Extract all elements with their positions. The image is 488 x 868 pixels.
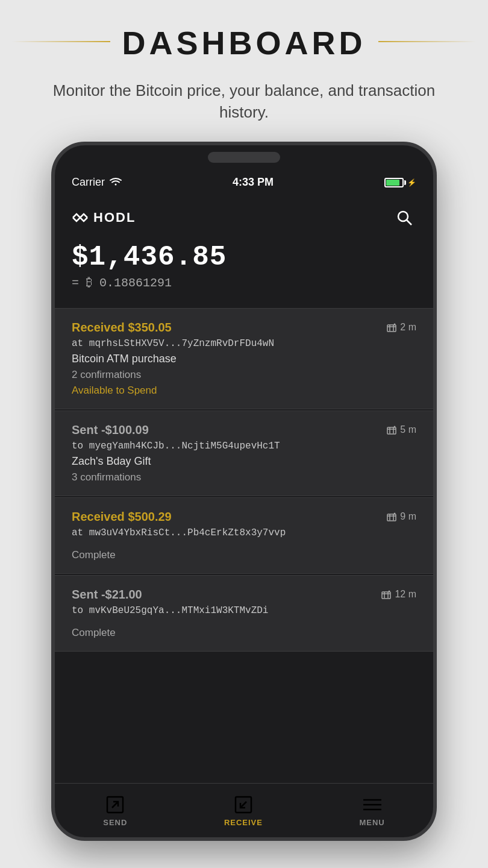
svg-line-2 [407, 220, 411, 225]
tx-status: Complete [72, 549, 416, 561]
nav-send[interactable]: SEND [103, 794, 127, 827]
page-title: DASHBOARD [110, 24, 378, 61]
page-header: DASHBOARD Monitor the Bitcoin price, you… [0, 0, 488, 142]
tx-amount: Sent -$21.00 [72, 588, 142, 602]
transaction-list: Received $350.05 2 m at mqrhsLStHXV5V...… [55, 308, 433, 783]
receive-icon [233, 794, 254, 816]
carrier-label: Carrier [72, 176, 105, 189]
tx-memo: Zach's Bday Gift [72, 455, 416, 468]
bottom-nav: SEND RECEIVE MENU [55, 783, 433, 837]
menu-icon [361, 794, 383, 816]
logo-label: HODL [93, 210, 136, 225]
tx-confirmations: 2 confirmations [72, 369, 416, 381]
svg-rect-11 [387, 514, 396, 521]
charging-bolt: ⚡ [407, 178, 416, 187]
tx-memo: Bitcoin ATM purchase [72, 353, 416, 365]
notch-pill [208, 152, 280, 163]
wifi-icon [110, 176, 122, 189]
tx-time: 2 m [387, 322, 416, 333]
battery-fill [386, 180, 399, 186]
transaction-item[interactable]: Received $350.05 2 m at mqrhsLStHXV5V...… [55, 308, 433, 409]
phone-notch [55, 145, 433, 169]
page-subtitle: Monitor the Bitcoin price, your balance,… [36, 80, 452, 124]
tx-time: 12 m [381, 589, 416, 600]
svg-rect-3 [387, 325, 396, 332]
tx-amount: Received $350.05 [72, 321, 172, 335]
tx-address: at mw3uV4YbxRisCt...Pb4cErkZt8x3y7vvp [72, 527, 416, 538]
tx-time: 9 m [387, 511, 416, 522]
carrier-info: Carrier [72, 176, 122, 189]
search-button[interactable] [392, 206, 416, 230]
tx-header-row: Sent -$100.09 5 m [72, 423, 416, 437]
status-bar: Carrier 4:33 PM ⚡ [55, 169, 433, 196]
transaction-item[interactable]: Sent -$100.09 5 m to myegYamh4KCJb...Ncj… [55, 410, 433, 496]
tx-amount: Received $500.29 [72, 510, 172, 524]
battery-icon [384, 178, 404, 187]
balance-section: $1,436.85 = ₿ 0.18861291 [55, 236, 433, 308]
tx-status: Complete [72, 627, 416, 639]
app-content: HODL $1,436.85 = ₿ 0.18861291 Received $… [55, 196, 433, 783]
nav-receive[interactable]: RECEIVE [224, 794, 263, 827]
status-right: ⚡ [384, 178, 416, 187]
transaction-item[interactable]: Received $500.29 9 m at mw3uV4YbxRisCt..… [55, 497, 433, 574]
balance-btc: = ₿ 0.18861291 [72, 275, 416, 290]
receive-label: RECEIVE [224, 818, 263, 827]
tx-address: at mqrhsLStHXV5V...7yZnzmRvDrFDu4wN [72, 338, 416, 349]
send-label: SEND [103, 818, 127, 827]
tx-header-row: Sent -$21.00 12 m [72, 588, 416, 602]
svg-rect-15 [382, 592, 390, 599]
tx-address: to mvKvBeU25gqYa...MTMxi1W3KTMvZDi [72, 605, 416, 616]
svg-point-0 [115, 184, 117, 186]
tx-status: Available to Spend [72, 385, 416, 397]
tx-amount: Sent -$100.09 [72, 423, 149, 437]
app-header: HODL [55, 196, 433, 236]
tx-address: to myegYamh4KCJb...NcjtiM5G4upevHc1T [72, 441, 416, 451]
app-logo: HODL [72, 210, 136, 225]
svg-rect-7 [387, 427, 396, 434]
tx-header-row: Received $350.05 2 m [72, 321, 416, 335]
nav-menu[interactable]: MENU [359, 794, 384, 827]
tx-header-row: Received $500.29 9 m [72, 510, 416, 524]
phone-frame: Carrier 4:33 PM ⚡ [51, 142, 437, 841]
status-time: 4:33 PM [233, 176, 274, 189]
tx-time: 5 m [387, 424, 416, 435]
balance-usd: $1,436.85 [72, 242, 416, 273]
transaction-item[interactable]: Sent -$21.00 12 m to mvKvBeU25gqYa...MTM… [55, 575, 433, 652]
tx-confirmations: 3 confirmations [72, 471, 416, 483]
send-icon [104, 794, 126, 816]
svg-point-1 [398, 212, 408, 221]
menu-label: MENU [359, 818, 384, 827]
